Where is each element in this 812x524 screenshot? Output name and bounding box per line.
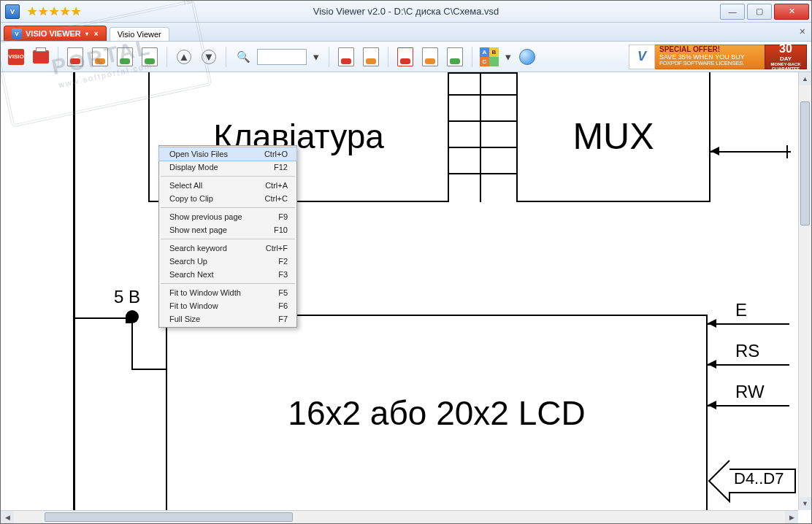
tool-b-button[interactable] [419,46,441,68]
menu-item[interactable]: Select AllCtrl+A [159,179,296,192]
next-doc-button[interactable] [89,46,111,68]
scroll-up-icon[interactable]: ▲ [799,72,811,85]
first-doc-button[interactable] [114,46,136,68]
tab-bar: V VISIO VIEWER ▾ × Visio Viewer × [1,23,811,42]
menu-item[interactable]: Full SizeF7 [159,312,296,325]
connector [131,317,133,370]
horizontal-scrollbar[interactable]: ◀ ▶ [1,510,798,523]
scroll-thumb[interactable] [800,101,810,226]
arrow-down-icon: ▼ [202,50,216,64]
menu-item-shortcut: F6 [278,301,288,310]
separator [166,47,167,67]
connector [449,147,516,148]
last-doc-button[interactable] [139,46,161,68]
context-menu[interactable]: Open Visio FilesCtrl+ODisplay ModeF12Sel… [158,145,297,328]
arrow-left-icon [708,401,716,409]
separator [472,47,472,67]
menu-item[interactable]: Display ModeF12 [159,161,296,174]
prev-doc-button[interactable] [64,46,86,68]
abc-dropdown[interactable]: ▾ [503,46,513,68]
tool-c-button[interactable] [444,46,466,68]
zoom-input[interactable] [257,49,307,65]
arrow-left-icon [710,147,719,155]
connector [74,317,132,319]
scroll-thumb[interactable] [45,512,293,522]
app-icon: V [5,4,20,19]
export-red-button[interactable] [335,46,357,68]
menu-item-label: Select All [169,181,202,190]
promo-days: 30 [779,42,792,55]
menu-item[interactable]: Copy to ClipCtrl+C [159,192,296,205]
connector [480,72,481,202]
menu-item[interactable]: Fit to WindowF6 [159,299,296,312]
print-button[interactable] [30,46,52,68]
window-title: Visio Viewer v2.0 - D:\С диска С\Схема.v… [1,6,811,17]
scroll-down-icon[interactable]: ▼ [799,497,811,510]
web-button[interactable] [516,46,538,68]
menu-item[interactable]: Search UpF2 [159,255,296,268]
connector [449,72,516,74]
abc-button[interactable]: ABC [478,46,500,68]
promo-logo: V [629,45,655,69]
tab-secondary[interactable]: Visio Viewer [110,27,169,41]
diagram: Клавіатура MUX 5 В 16x2 або 20x2 LCD E [1,72,798,510]
zoom-dropdown-button[interactable]: ▾ [310,46,323,68]
menu-separator [161,176,295,177]
menu-item[interactable]: Search keywordCtrl+F [159,242,296,255]
tool-a-button[interactable] [394,46,416,68]
promo-guarantee: 30 DAY MONEY-BACK GUARANTEE [765,45,807,69]
panel-close-icon[interactable]: × [800,26,805,37]
vertical-scrollbar[interactable]: ▲ ▼ [798,72,811,510]
doc-icon [142,47,158,66]
tab-label: Visio Viewer [118,30,161,39]
pin-rs-label: RS [735,341,759,361]
open-file-button[interactable]: VISIO [5,46,27,68]
scroll-left-icon[interactable]: ◀ [1,511,14,523]
menu-item[interactable]: Open Visio FilesCtrl+O [159,147,296,161]
minimize-button[interactable]: — [720,4,745,20]
file-icon: VISIO [8,49,24,65]
promo-line3: FOXPDF SOFTWARE LICENSES. [659,61,760,66]
menu-item[interactable]: Search NextF3 [159,268,296,281]
document-canvas[interactable]: Клавіатура MUX 5 В 16x2 або 20x2 LCD E [1,72,811,523]
star-icon: ★ [71,4,81,18]
arrow-left-icon [708,360,716,369]
promo-banner[interactable]: V SPECIAL OFFER! SAVE 35% WHEN YOU BUY F… [629,45,807,69]
menu-item[interactable]: Show previous pageF9 [159,210,296,223]
arrow-up-icon: ▲ [177,50,191,64]
menu-item-shortcut: Ctrl+O [264,150,288,158]
menu-item-label: Fit to Window Width [169,288,241,297]
doc-icon [397,47,413,66]
connector [708,364,789,366]
scroll-right-icon[interactable]: ▶ [785,511,798,523]
connector [73,72,75,510]
menu-item[interactable]: Show next pageF10 [159,223,296,236]
close-button[interactable]: ✕ [774,4,809,20]
pin-d47-label: D4..D7 [734,469,784,488]
doc-icon [117,47,133,66]
menu-item-label: Show previous page [169,212,242,221]
window-controls: — ▢ ✕ [720,1,811,22]
doc-icon [92,47,108,66]
export-orange-button[interactable] [360,46,382,68]
connector [131,369,166,370]
page-down-button[interactable]: ▼ [198,46,220,68]
tab-main[interactable]: V VISIO VIEWER ▾ × [4,26,107,41]
menu-item-shortcut: Ctrl+A [265,181,288,190]
tab-close-icon[interactable]: × [94,30,99,38]
zoom-button[interactable]: 🔍 [232,46,254,68]
box-mux: MUX [516,72,710,202]
connector [710,151,791,153]
menu-item-label: Display Mode [169,163,218,172]
menu-item-label: Search Up [169,257,207,266]
star-icon: ★ [27,4,37,18]
toolbar: VISIO ▲ ▼ 🔍 ▾ ABC ▾ V SPECIAL OFFER! SAV… [1,42,811,72]
page-up-button[interactable]: ▲ [173,46,195,68]
menu-item[interactable]: Fit to Window WidthF5 [159,286,296,299]
printer-icon [33,50,49,63]
maximize-button[interactable]: ▢ [747,4,772,20]
chevron-down-icon[interactable]: ▾ [85,31,88,37]
menu-item-label: Open Visio Files [169,150,228,158]
connector [786,145,788,158]
box-lcd: 16x2 або 20x2 LCD [166,315,708,510]
